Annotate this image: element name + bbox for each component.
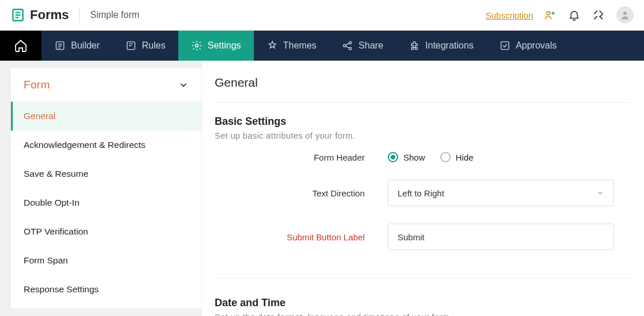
sidebar-item-response-settings[interactable]: Response Settings <box>11 275 201 304</box>
sidebar-item-ack-redirects[interactable]: Acknowledgement & Redirects <box>11 131 201 159</box>
nav-label: Rules <box>142 40 166 51</box>
nav-share[interactable]: Share <box>329 31 396 61</box>
nav-home-button[interactable] <box>0 31 42 61</box>
sidebar-item-otp-verification[interactable]: OTP Verification <box>11 217 201 246</box>
form-header-hide-radio[interactable]: Hide <box>440 152 474 162</box>
nav-builder[interactable]: Builder <box>42 31 113 61</box>
sidebar-item-label: Acknowledgement & Redirects <box>24 140 145 150</box>
nav-themes[interactable]: Themes <box>254 31 330 61</box>
section-description: Set up the date format, language and tim… <box>215 313 631 316</box>
form-name-label: Simple form <box>90 10 139 20</box>
radio-label: Hide <box>456 153 474 162</box>
nav-label: Integrations <box>425 40 474 51</box>
main-content: General Basic Settings Set up basic attr… <box>202 61 644 316</box>
nav-label: Approvals <box>516 40 557 51</box>
share-icon <box>342 40 353 51</box>
sidebar-item-form-span[interactable]: Form Span <box>11 246 201 275</box>
sidebar-section-title: Form <box>24 79 50 91</box>
user-avatar[interactable] <box>616 6 634 24</box>
nav-integrations[interactable]: Integrations <box>396 31 486 61</box>
radio-icon <box>440 152 451 162</box>
user-add-icon[interactable] <box>544 9 556 21</box>
form-header-field: Form Header Show Hide <box>215 152 631 162</box>
sidebar-item-label: General <box>24 111 55 121</box>
nav-label: Settings <box>208 40 241 51</box>
approvals-icon <box>499 40 511 51</box>
submit-button-label-input[interactable] <box>388 224 614 250</box>
sidebar-item-label: Form Span <box>24 255 68 265</box>
form-header-show-radio[interactable]: Show <box>388 152 425 162</box>
sidebar-item-save-resume[interactable]: Save & Resume <box>11 159 201 188</box>
sidebar-item-label: Save & Resume <box>24 169 88 179</box>
chevron-down-icon <box>178 80 189 90</box>
field-label: Form Header <box>215 153 388 162</box>
subscription-link[interactable]: Subscription <box>485 10 533 20</box>
select-value: Left to Right <box>398 188 444 198</box>
field-label: Submit Button Label <box>215 232 388 242</box>
builder-icon <box>54 40 66 51</box>
integrations-icon <box>409 40 420 51</box>
radio-label: Show <box>403 153 425 162</box>
page-title: General <box>215 76 631 103</box>
sidebar-item-label: Double Opt-In <box>24 198 80 207</box>
sidebar-item-label: Response Settings <box>24 284 99 294</box>
nav-label: Builder <box>71 40 100 51</box>
main-nav: Builder Rules Settings Themes Share Inte… <box>0 31 644 61</box>
nav-rules[interactable]: Rules <box>113 31 178 61</box>
nav-settings[interactable]: Settings <box>178 31 254 61</box>
section-description: Set up basic attributes of your form. <box>215 131 631 140</box>
text-direction-field: Text Direction Left to Right <box>215 180 631 206</box>
tools-icon[interactable] <box>592 9 605 21</box>
field-label: Text Direction <box>215 188 388 198</box>
nav-label: Share <box>358 40 383 51</box>
forms-logo-icon <box>10 8 25 23</box>
text-direction-select[interactable]: Left to Right <box>388 180 614 206</box>
submit-button-label-field: Submit Button Label <box>215 224 631 250</box>
divider <box>215 278 631 278</box>
nav-approvals[interactable]: Approvals <box>486 31 570 61</box>
svg-point-1 <box>546 12 550 15</box>
themes-icon <box>267 40 278 51</box>
settings-icon <box>191 40 203 51</box>
sidebar-item-general[interactable]: General <box>11 102 201 131</box>
topbar: Forms Simple form Subscription <box>0 0 644 31</box>
section-title: Date and Time <box>215 297 631 309</box>
app-logo[interactable]: Forms <box>10 8 69 23</box>
app-name: Forms <box>30 8 69 23</box>
chevron-down-icon <box>596 189 604 197</box>
sidebar-section-form[interactable]: Form <box>11 68 201 102</box>
date-time-section: Date and Time Set up the date format, la… <box>215 284 631 316</box>
sidebar-item-label: OTP Verification <box>24 226 88 236</box>
nav-label: Themes <box>283 40 317 51</box>
svg-point-2 <box>623 12 627 15</box>
sidebar-item-double-optin[interactable]: Double Opt-In <box>11 188 201 217</box>
bell-icon[interactable] <box>568 9 581 21</box>
svg-rect-9 <box>501 42 508 49</box>
radio-icon <box>388 152 398 162</box>
section-title: Basic Settings <box>215 116 631 128</box>
settings-sidebar: Form General Acknowledgement & Redirects… <box>0 61 202 316</box>
divider <box>79 8 80 23</box>
rules-icon <box>125 40 137 51</box>
basic-settings-section: Basic Settings Set up basic attributes o… <box>215 103 631 272</box>
svg-point-5 <box>195 44 198 47</box>
